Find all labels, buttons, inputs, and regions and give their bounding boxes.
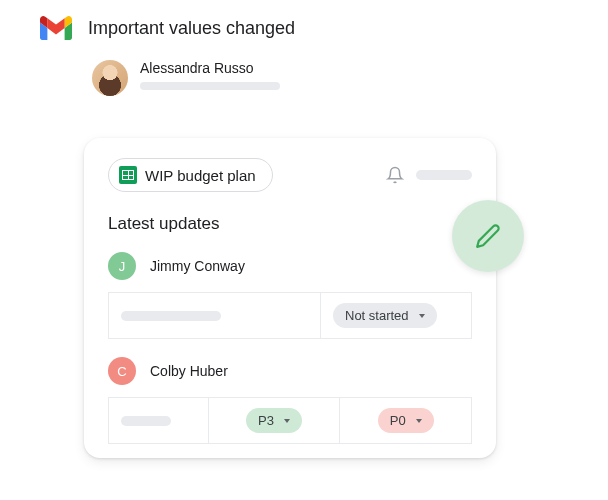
notification-card: WIP budget plan Latest updates J Jimmy C… <box>84 138 496 458</box>
status-pill[interactable]: Not started <box>333 303 437 328</box>
email-subject: Important values changed <box>88 18 295 39</box>
edit-fab[interactable] <box>452 200 524 272</box>
table-cell: P0 <box>340 398 471 443</box>
priority-pill-label: P3 <box>258 413 274 428</box>
user-name: Colby Huber <box>150 363 228 379</box>
section-title: Latest updates <box>108 214 472 234</box>
user-name: Jimmy Conway <box>150 258 245 274</box>
priority-pill-label: P0 <box>390 413 406 428</box>
sender-avatar <box>92 60 128 96</box>
update-user-row: J Jimmy Conway <box>108 252 472 280</box>
table-cell: P3 <box>209 398 341 443</box>
user-initial-avatar: J <box>108 252 136 280</box>
priority-pill[interactable]: P0 <box>378 408 434 433</box>
table-cell: Not started <box>321 293 471 338</box>
card-header: WIP budget plan <box>108 158 472 192</box>
sender-info: Alessandra Russo <box>140 60 280 90</box>
pencil-icon <box>475 223 501 249</box>
sender-name: Alessandra Russo <box>140 60 280 76</box>
update-user-row: C Colby Huber <box>108 357 472 385</box>
email-header: Important values changed <box>0 0 608 48</box>
table-cell <box>109 398 209 443</box>
status-pill-label: Not started <box>345 308 409 323</box>
card-header-actions <box>386 166 472 184</box>
chevron-down-icon <box>284 419 290 423</box>
chevron-down-icon <box>419 314 425 318</box>
table-row: P3 P0 <box>108 397 472 444</box>
cell-placeholder <box>121 311 221 321</box>
cell-placeholder <box>121 416 171 426</box>
header-placeholder <box>416 170 472 180</box>
table-cell <box>109 293 321 338</box>
chevron-down-icon <box>416 419 422 423</box>
table-row: Not started <box>108 292 472 339</box>
sender-row: Alessandra Russo <box>0 48 608 96</box>
sender-meta-placeholder <box>140 82 280 90</box>
gmail-icon <box>40 16 72 40</box>
document-chip-label: WIP budget plan <box>145 167 256 184</box>
sheets-icon <box>119 166 137 184</box>
priority-pill[interactable]: P3 <box>246 408 302 433</box>
user-initial-avatar: C <box>108 357 136 385</box>
bell-icon[interactable] <box>386 166 404 184</box>
document-chip[interactable]: WIP budget plan <box>108 158 273 192</box>
